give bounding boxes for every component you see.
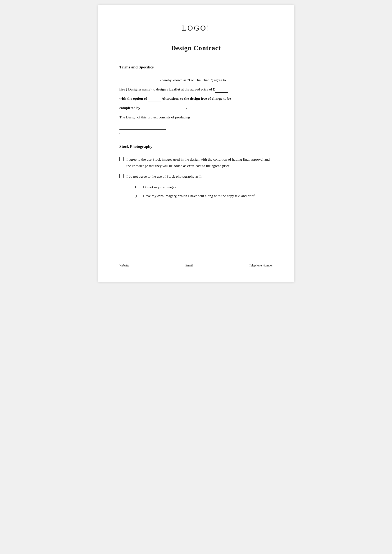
document-page: LOGO! Design Contract Terms and Specific… [98,5,294,282]
list-item-0: i) Do not require images. [134,184,273,190]
terms-p2-pound: £ [213,87,215,91]
alterations-blank [148,95,161,102]
checkbox-agree-text: I agree to the use Stock images used in … [126,156,273,169]
terms-p2-part2: at the agreed price of [181,87,212,91]
terms-p4-period: . [186,106,187,110]
terms-paragraph-4: completed by . [119,104,273,111]
checkbox-agree-stock: I agree to the use Stock images used in … [119,156,273,169]
footer-telephone: Telephone Number [249,264,273,267]
list-marker-1: ii) [134,193,143,199]
checkbox-agree-box[interactable] [119,157,124,161]
terms-section: Terms and Specifics I (hereby known as "… [119,65,273,135]
list-content-1: Have my own imagery, which I have sent a… [143,193,273,199]
checkbox-disagree-box[interactable] [119,174,124,178]
price-blank [215,86,228,93]
terms-p2-bold: Leaflet [169,87,180,91]
terms-p2-part1: hire ( Designer name) to design a [119,87,168,91]
footer: Website Email Telephone Number [119,256,273,267]
checkbox-disagree-stock: I do not agree to the use of Stock photo… [119,173,273,180]
terms-p3-bold2: Alterations to the design free of charge… [162,97,231,100]
list-content-0: Do not require images. [143,184,273,190]
client-name-blank [122,77,160,83]
content-area: LOGO! Design Contract Terms and Specific… [119,24,273,256]
checkbox-disagree-text: I do not agree to the use of Stock photo… [126,173,273,180]
footer-email: Email [185,264,193,267]
terms-paragraph-5: The Design of this project consists of p… [119,114,273,120]
stock-list: i) Do not require images. ii) Have my ow… [134,184,273,199]
logo: LOGO! [119,24,273,32]
terms-heading: Terms and Specifics [119,65,273,70]
project-description-blank: , [119,125,273,135]
list-item-1: ii) Have my own imagery, which I have se… [134,193,273,199]
terms-p1-part1: I [119,78,121,82]
document-title: Design Contract [119,44,273,52]
terms-paragraph-3: with the option of Alterations to the de… [119,95,273,102]
terms-paragraph-1: I (hereby known as "I or The Client") ag… [119,77,273,83]
terms-p4-bold: completed by [119,106,140,110]
stock-heading: Stock Photography [119,144,273,149]
footer-website: Website [119,264,129,267]
terms-p3-bold1: with the option of [119,97,147,100]
stock-photography-section: Stock Photography I agree to the use Sto… [119,144,273,199]
terms-paragraph-2: hire ( Designer name) to design a Leafle… [119,86,273,92]
completion-date-blank [141,104,185,111]
list-marker-0: i) [134,184,143,190]
terms-p1-part2: (hereby known as "I or The Client") agre… [160,78,226,82]
